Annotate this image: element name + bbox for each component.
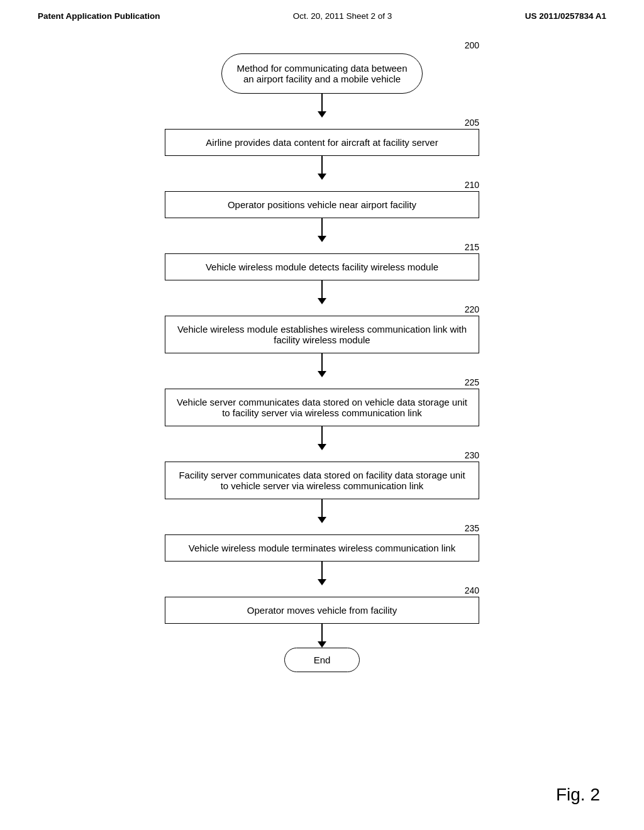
- step-box-2: Vehicle wireless module detects facility…: [165, 253, 479, 280]
- arrow-7: [165, 562, 479, 585]
- arrow-2: [165, 218, 479, 242]
- step-box-6: Vehicle wireless module terminates wirel…: [165, 534, 479, 562]
- step-box-3: Vehicle wireless module establishes wire…: [165, 316, 479, 353]
- end-box: End: [284, 648, 360, 672]
- arrow-5: [165, 426, 479, 450]
- figure-label: Fig. 2: [556, 785, 600, 805]
- step-box-0: Airline provides data content for aircra…: [165, 129, 479, 156]
- step-number-1: 210: [165, 180, 479, 190]
- arrow-3: [165, 280, 479, 304]
- arrow-6: [165, 499, 479, 523]
- arrow-8: [165, 624, 479, 648]
- step-box-5: Facility server communicates data stored…: [165, 462, 479, 499]
- start-box: Method for communicating data between an…: [221, 53, 423, 94]
- step-box-7: Operator moves vehicle from facility: [165, 597, 479, 624]
- header-center: Oct. 20, 2011 Sheet 2 of 3: [293, 11, 392, 21]
- arrow-4: [165, 353, 479, 377]
- step-number-4: 225: [165, 377, 479, 387]
- header-left: Patent Application Publication: [38, 11, 160, 21]
- arrow-0: [318, 94, 326, 118]
- step-number-0: 205: [165, 118, 479, 128]
- step-number-7: 240: [165, 585, 479, 595]
- step-number-3: 220: [165, 304, 479, 314]
- step-number-2: 215: [165, 242, 479, 252]
- step-number-6: 235: [165, 523, 479, 533]
- steps-container: 205Airline provides data content for air…: [165, 118, 479, 648]
- start-number-label: 200: [465, 40, 479, 50]
- step-box-1: Operator positions vehicle near airport …: [165, 191, 479, 218]
- flowchart-diagram: 200 Method for communicating data betwee…: [0, 21, 644, 672]
- page-header: Patent Application Publication Oct. 20, …: [0, 0, 644, 21]
- step-number-5: 230: [165, 450, 479, 460]
- header-right: US 2011/0257834 A1: [525, 11, 606, 21]
- step-box-4: Vehicle server communicates data stored …: [165, 389, 479, 426]
- end-box-container: End: [284, 648, 360, 672]
- start-label: Method for communicating data between an…: [237, 63, 408, 84]
- arrow-1: [165, 156, 479, 180]
